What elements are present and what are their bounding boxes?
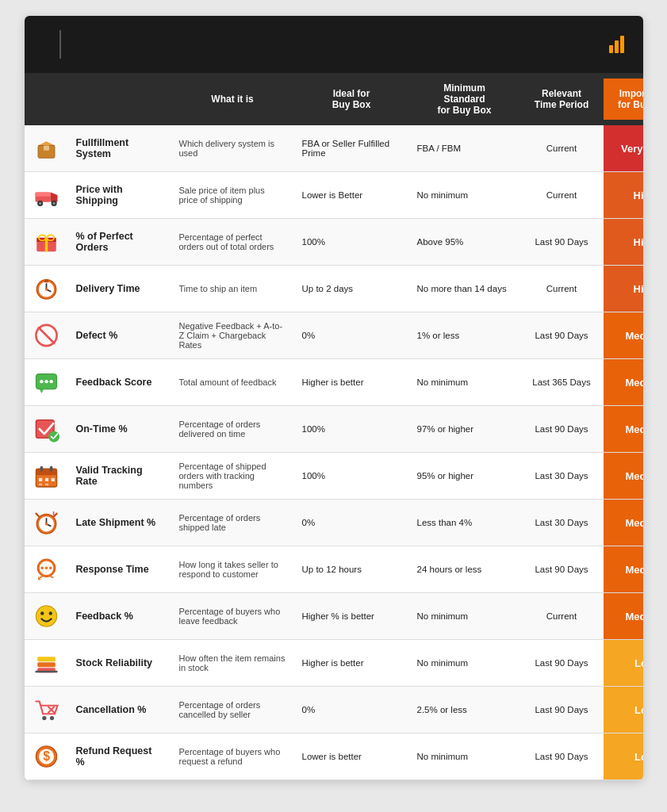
svg-rect-34 bbox=[49, 466, 52, 472]
row-min: Less than 4% bbox=[409, 500, 520, 546]
row-name: Feedback Score bbox=[68, 359, 171, 405]
row-ideal: 100% bbox=[294, 453, 409, 499]
row-time: Current bbox=[520, 593, 604, 639]
row-min: 24 hours or less bbox=[409, 546, 520, 592]
svg-point-9 bbox=[52, 202, 56, 205]
page: What it isIdeal for Buy BoxMinimum Stand… bbox=[25, 16, 643, 780]
table-row: Fullfillment SystemWhich delivery system… bbox=[25, 125, 643, 172]
table-row: ! Late Shipment %Percentage of orders sh… bbox=[25, 500, 643, 546]
row-what: Percentage of perfect orders out of tota… bbox=[171, 219, 294, 265]
row-name: Valid Tracking Rate bbox=[68, 453, 171, 499]
row-ideal: 0% bbox=[294, 500, 409, 546]
row-min: 2.5% or less bbox=[409, 687, 520, 733]
row-what: How often the item remains in stock bbox=[171, 640, 294, 686]
svg-point-20 bbox=[44, 288, 48, 291]
row-what: Percentage of shipped orders with tracki… bbox=[171, 453, 294, 499]
svg-point-50 bbox=[40, 567, 44, 570]
row-ideal: Up to 2 days bbox=[294, 266, 409, 312]
row-icon-stack bbox=[25, 640, 68, 686]
svg-point-62 bbox=[49, 716, 53, 720]
table-row: Stock ReliabilityHow often the item rema… bbox=[25, 640, 643, 687]
row-name: Refund Request % bbox=[68, 733, 171, 779]
row-ideal: 0% bbox=[294, 312, 409, 358]
header bbox=[25, 16, 643, 73]
row-what: Which delivery system is used bbox=[171, 125, 294, 171]
row-importance: Medium bbox=[604, 359, 643, 405]
row-icon-check-box bbox=[25, 406, 68, 452]
row-min: No minimum bbox=[409, 172, 520, 218]
row-importance: Medium bbox=[604, 312, 643, 358]
row-time: Last 90 Days bbox=[520, 546, 604, 592]
header-divider bbox=[59, 30, 61, 59]
row-icon-clock bbox=[25, 266, 68, 312]
row-ideal: 0% bbox=[294, 687, 409, 733]
table-row: Price with ShippingSale price of item pl… bbox=[25, 172, 643, 219]
row-importance: Low bbox=[604, 640, 643, 686]
row-importance: Medium bbox=[604, 593, 643, 639]
header-left bbox=[44, 30, 77, 59]
svg-rect-58 bbox=[37, 662, 56, 667]
row-name: Delivery Time bbox=[68, 266, 171, 312]
row-what: Sale price of item plus price of shippin… bbox=[171, 172, 294, 218]
table-row: Feedback %Percentage of buyers who leave… bbox=[25, 593, 643, 640]
row-what: Percentage of buyers who leave feedback bbox=[171, 593, 294, 639]
row-what: Percentage of orders delivered on time bbox=[171, 406, 294, 452]
col-header-1 bbox=[68, 90, 171, 109]
svg-line-45 bbox=[36, 514, 39, 517]
row-icon-gift bbox=[25, 219, 68, 265]
header-brand bbox=[604, 36, 624, 53]
svg-rect-3 bbox=[44, 146, 49, 151]
col-header-0 bbox=[25, 90, 68, 109]
row-ideal: 100% bbox=[294, 219, 409, 265]
svg-rect-59 bbox=[37, 657, 56, 661]
row-ideal: 100% bbox=[294, 406, 409, 452]
svg-rect-38 bbox=[38, 484, 41, 486]
row-name: % of Perfect Orders bbox=[68, 219, 171, 265]
svg-point-61 bbox=[42, 716, 46, 720]
svg-text:!: ! bbox=[52, 510, 55, 521]
row-time: Current bbox=[520, 172, 604, 218]
table-body: Fullfillment SystemWhich delivery system… bbox=[25, 125, 643, 780]
svg-point-7 bbox=[38, 202, 41, 205]
row-icon-dollar: $ bbox=[25, 733, 68, 779]
row-what: Percentage of buyers who request a refun… bbox=[171, 733, 294, 779]
row-name: Late Shipment % bbox=[68, 500, 171, 546]
row-time: Last 30 Days bbox=[520, 453, 604, 499]
svg-point-44 bbox=[44, 523, 48, 526]
svg-point-55 bbox=[40, 611, 44, 615]
row-importance: Medium bbox=[604, 406, 643, 452]
row-time: Last 90 Days bbox=[520, 640, 604, 686]
row-icon-reply bbox=[25, 546, 68, 592]
col-header-4: Minimum Standard for Buy Box bbox=[409, 73, 520, 125]
row-what: Total amount of feedback bbox=[171, 359, 294, 405]
row-time: Last 365 Days bbox=[520, 359, 604, 405]
svg-line-23 bbox=[38, 327, 55, 344]
row-importance: Medium bbox=[604, 546, 643, 592]
row-icon-alarm: ! bbox=[25, 500, 68, 546]
row-min: No minimum bbox=[409, 593, 520, 639]
row-name: Stock Reliability bbox=[68, 640, 171, 686]
row-min: Above 95% bbox=[409, 219, 520, 265]
row-min: 95% or higher bbox=[409, 453, 520, 499]
row-min: 97% or higher bbox=[409, 406, 520, 452]
svg-rect-33 bbox=[40, 466, 43, 472]
svg-point-25 bbox=[40, 380, 43, 383]
svg-rect-21 bbox=[44, 280, 48, 283]
row-min: FBA / FBM bbox=[409, 125, 520, 171]
row-name: Cancellation % bbox=[68, 687, 171, 733]
row-icon-calendar bbox=[25, 453, 68, 499]
row-importance: High bbox=[604, 172, 643, 218]
row-what: Time to ship an item bbox=[171, 266, 294, 312]
row-time: Last 90 Days bbox=[520, 733, 604, 779]
row-importance: High bbox=[604, 266, 643, 312]
svg-rect-60 bbox=[35, 671, 57, 673]
row-min: No more than 14 days bbox=[409, 266, 520, 312]
row-importance: Low bbox=[604, 687, 643, 733]
row-ideal: Higher is better bbox=[294, 359, 409, 405]
svg-rect-37 bbox=[51, 478, 54, 481]
svg-point-54 bbox=[36, 606, 56, 626]
row-icon-cart-x bbox=[25, 687, 68, 733]
row-ideal: Higher % is better bbox=[294, 593, 409, 639]
row-importance: High bbox=[604, 219, 643, 265]
row-min: 1% or less bbox=[409, 312, 520, 358]
